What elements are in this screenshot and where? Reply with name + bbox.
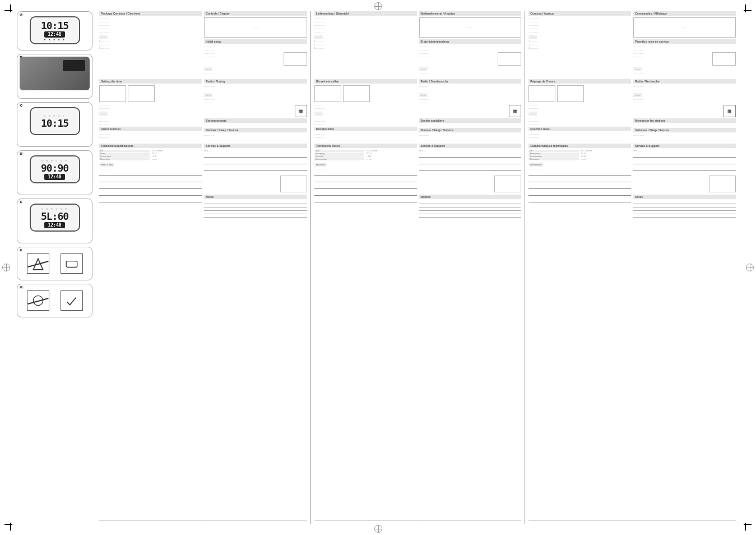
body-text: — — — — —— — — — —— — — — — (99, 117, 202, 126)
spec-table: UKW87,5–108 MHz VersorgungDC 5V Verbrauc… (314, 150, 417, 160)
sub-title: — — (99, 35, 108, 39)
sub-title: — — (633, 93, 642, 97)
svg-point-2 (33, 296, 43, 305)
body-text: — — — — — (633, 124, 736, 127)
body-text: — — — — —— — — — — (633, 98, 736, 104)
lcd-display-a: 10:15 12:40 ● ● ● ● ● (30, 16, 80, 44)
spec-head: Dimensions (99, 158, 150, 160)
figure-column: A 10:15 12:40 ● ● ● ● ● B C ○ ○ ○ ○ ○ 10… (17, 11, 92, 535)
figure-label: E (19, 200, 23, 204)
section-title: Setting the time (99, 79, 202, 84)
section-title: Erste Inbetriebnahme (419, 39, 522, 44)
section-title: Notizen (419, 195, 522, 199)
body-text: 1 — — — —2 — — — —3 — — — — (99, 40, 202, 49)
section-title: Contenu / Aperçu (528, 11, 631, 16)
spec-head: Consumption (99, 155, 150, 158)
body-text: — — — — — (314, 168, 417, 170)
device-illustration (20, 57, 90, 90)
step-illustration (557, 85, 584, 102)
step-illustration (99, 85, 126, 102)
front-diagram: — — (204, 17, 307, 38)
body-text: — — — — —— — — — — (204, 45, 307, 51)
front-diagram: — — (419, 17, 522, 38)
figure-label: F (19, 248, 23, 252)
spec-val: 87,5–108 MHz (367, 150, 416, 152)
spec-head: Alimentation (528, 153, 578, 155)
body-text: — — — — —— — — — —— — — — —— — — — —— — … (528, 17, 631, 33)
blank-box (494, 176, 521, 192)
body-text: — — — — —— — — — — (633, 85, 736, 91)
do-icon (61, 290, 83, 311)
spec-val: DC 5V (152, 153, 202, 155)
figure-e: E ○ ○ ○ ○ ○ ○ 5L:60 12:40 (17, 199, 92, 243)
notes-lines (419, 201, 522, 516)
app-qr-icon: ▦ (295, 105, 307, 117)
spec-val: < 5 W (152, 155, 202, 158)
lcd-display-d: ○ ○ ○ ○ ○ ○ 90:90 12:40 (30, 155, 80, 183)
sub-title: Remarques (528, 163, 544, 167)
spec-head: Dimensions (528, 158, 578, 160)
body-text: — — — — —— — — — — (204, 85, 307, 91)
support-url: www —— (419, 150, 522, 152)
sub-title: — — (528, 112, 537, 116)
lcd-time: 90:90 (41, 162, 68, 174)
lcd-time: 10:15 (41, 117, 68, 129)
registration-top (374, 2, 382, 10)
spec-head: Versorgung (314, 153, 364, 155)
section-title: Radio / Sendersuche (419, 79, 522, 84)
inset-illustration (712, 52, 736, 66)
sub-title: Hints & Tips (99, 163, 114, 167)
crop-mark-tl (4, 4, 16, 16)
registration-right (746, 264, 754, 271)
section-title: Service & Support (204, 144, 307, 148)
step-illustration (343, 85, 370, 102)
lcd-sub: 12:40 (44, 31, 64, 38)
body-text: — — — — — (419, 124, 522, 127)
spec-head: Consommation (528, 155, 578, 158)
spec-val: — mm (367, 158, 416, 160)
step-illustration (128, 85, 155, 102)
sub-title: — — (204, 67, 212, 71)
section-title: Technical Specifications (99, 144, 202, 148)
section-title: Initial setup (204, 39, 307, 44)
spec-val: — mm (152, 158, 202, 160)
spec-val: — mm (581, 158, 631, 160)
section-title: Mémoriser les stations (633, 118, 736, 123)
write-in-lines (419, 153, 522, 173)
inset-illustration (498, 52, 521, 66)
lcd-sub: 12:40 (44, 174, 64, 180)
svg-rect-1 (66, 261, 77, 268)
inset-illustration (284, 52, 307, 66)
sub-title: Hinweise (314, 163, 327, 167)
lcd-time: 10:15 (41, 20, 68, 31)
spec-head: Power (99, 153, 150, 155)
sub-title: — — (528, 35, 537, 39)
body-text: — — — — —— — — — — (99, 133, 202, 139)
page-footer: — (314, 520, 522, 524)
body-text: — — — — — (204, 72, 307, 74)
section-title: Controls / Display (204, 11, 307, 16)
support-url: www —— (633, 150, 736, 152)
front-diagram: — — (633, 17, 736, 38)
figure-b: B (17, 54, 92, 99)
lcd-time: 5L:60 (41, 210, 68, 222)
body-text: 1 — — — —2 — — — —3 — — — — (528, 40, 631, 49)
body-text: — — — — —— — — — — (204, 98, 307, 104)
figure-d: D ○ ○ ○ ○ ○ ○ 90:90 12:40 (17, 150, 92, 195)
section-title: Service & Support (419, 144, 522, 148)
section-title: Variateur / Sleep / Snooze (633, 128, 736, 132)
write-in-lines (528, 171, 631, 202)
spec-table: FM87,5–108 MHz AlimentationDC 5V Consomm… (528, 150, 631, 160)
body-text: — — — — — (633, 134, 736, 136)
sub-title: — — (314, 35, 323, 39)
body-text: — — — — —— — — — — (528, 104, 631, 109)
support-url: www —— (204, 150, 307, 152)
sub-title: — — (204, 93, 212, 97)
section-title: Première mise en service (633, 39, 736, 44)
do-not-icon (27, 253, 49, 274)
language-panels: Package Contents / Overview — — — — —— —… (96, 11, 739, 524)
body-text: — — — — —— — — — — (633, 52, 711, 59)
section-title: Radio / Recherche (633, 79, 736, 84)
body-text: — — — — — (528, 168, 631, 170)
sub-title: — — (633, 67, 642, 71)
